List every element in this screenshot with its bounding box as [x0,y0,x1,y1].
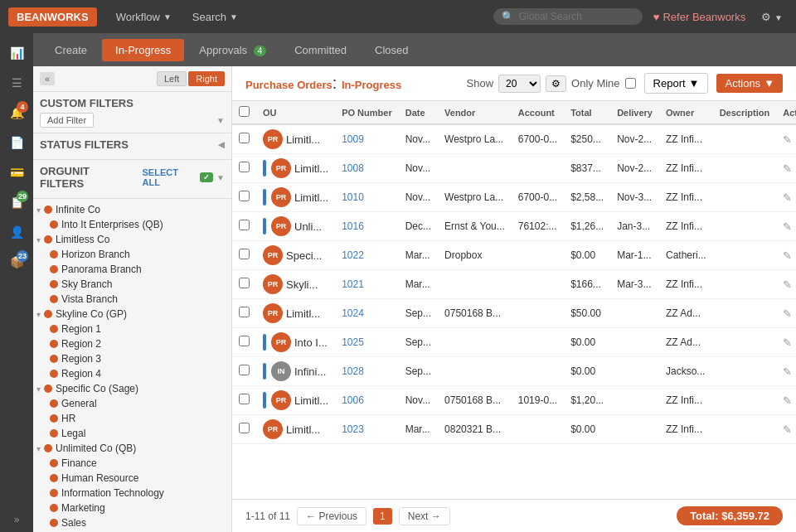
row-checkbox[interactable] [239,249,250,259]
edit-icon[interactable]: ✎ [783,220,792,233]
row-po-number[interactable]: 1024 [335,299,399,328]
row-po-number[interactable]: 1028 [335,357,399,386]
tree-item-sales[interactable]: Sales [50,515,228,530]
sidebar-icon-users[interactable]: 👤 [3,219,30,245]
tree-item-region1[interactable]: Region 1 [50,322,228,336]
global-search-input[interactable] [519,11,619,22]
row-po-number[interactable]: 1025 [335,328,399,357]
tree-toggle[interactable]: ▾ [36,235,41,244]
tree-toggle[interactable]: ▾ [36,384,41,394]
row-po-number[interactable]: 1008 [335,154,399,183]
tree-item-region4[interactable]: Region 4 [50,366,228,381]
row-checkbox[interactable] [239,365,250,375]
tree-item-panorama[interactable]: Panorama Branch [50,262,228,277]
edit-icon[interactable]: ✎ [783,307,792,320]
report-button[interactable]: Report ▼ [644,73,709,94]
tree-item-limitless[interactable]: ▾ Limitless Co [36,232,228,247]
settings-button[interactable]: ⚙ ▼ [756,7,788,27]
table-settings-button[interactable]: ⚙ [546,75,566,92]
tree-item-region2[interactable]: Region 2 [50,336,228,351]
expand-sidebar-button[interactable]: » [14,514,20,525]
sidebar-icon-reports[interactable]: 📋 29 [3,189,30,215]
tree-item-specific[interactable]: ▾ Specific Co (Sage) [36,381,228,396]
edit-icon[interactable]: ✎ [783,365,792,378]
tree-toggle[interactable]: ▾ [36,206,41,215]
row-checkbox[interactable] [239,394,250,404]
sidebar-icon-list[interactable]: ☰ [3,70,30,96]
row-checkbox[interactable] [239,307,250,317]
tree-label: Region 4 [61,368,101,380]
tree-item-infinite-co[interactable]: ▾ Infinite Co [36,202,228,217]
row-checkbox[interactable] [239,423,250,433]
tree-item-skyline[interactable]: ▾ Skyline Co (GP) [36,307,228,322]
edit-icon[interactable]: ✎ [783,162,792,175]
row-checkbox[interactable] [239,162,250,172]
current-page[interactable]: 1 [373,508,392,525]
row-po-number[interactable]: 1010 [335,183,399,212]
previous-page-button[interactable]: ← Previous [297,507,366,525]
tree-item-finance[interactable]: Finance [50,456,228,471]
search-nav[interactable]: Search ▼ [184,7,246,27]
tree-item-hr[interactable]: HR [50,411,228,426]
tab-approvals[interactable]: Approvals 4 [186,39,279,61]
only-mine-checkbox[interactable] [625,78,636,89]
row-po-number[interactable]: 1016 [335,212,399,241]
edit-icon[interactable]: ✎ [783,336,792,349]
status-toggle-icon[interactable]: ◀ [218,140,225,149]
tree-item-marketing[interactable]: Marketing [50,501,228,515]
edit-icon[interactable]: ✎ [783,133,792,146]
row-po-number[interactable]: 1022 [335,241,399,270]
tab-closed[interactable]: Closed [362,39,421,61]
tree-item-unlimited[interactable]: ▾ Unlimited Co (QB) [36,441,228,456]
tree-item-legal[interactable]: Legal [50,426,228,441]
tree-item-sky[interactable]: Sky Branch [50,277,228,292]
tree-toggle[interactable]: ▾ [36,444,41,453]
select-all-checkbox[interactable] [239,106,250,117]
tab-committed[interactable]: Committed [281,39,360,61]
workflow-nav[interactable]: Workflow ▼ [108,7,180,27]
row-checkbox[interactable] [239,133,250,143]
row-po-number[interactable]: 1021 [335,270,399,299]
sidebar-icon-notifications[interactable]: 🔔 4 [3,99,30,126]
row-checkbox[interactable] [239,336,250,346]
tree-toggle[interactable]: ▾ [36,310,41,319]
row-checkbox[interactable] [239,220,250,230]
row-vendor [438,154,512,183]
edit-icon[interactable]: ✎ [783,394,792,407]
sidebar-icon-dashboard[interactable]: 📊 [3,40,30,66]
row-checkbox[interactable] [239,278,250,288]
left-button[interactable]: Left [157,71,187,86]
refer-button[interactable]: ♥ Refer Beanworks [647,7,752,27]
edit-icon[interactable]: ✎ [783,423,792,436]
orgunit-toggle-icon[interactable]: ▼ [216,173,225,182]
collapse-panel-button[interactable]: « [40,72,55,85]
actions-button[interactable]: Actions ▼ [716,74,783,93]
row-po-number[interactable]: 1023 [335,415,399,444]
select-all-link[interactable]: Select All [143,167,197,187]
row-date: Nov... [399,386,438,415]
tree-item-into-it[interactable]: Into It Enterprises (QB) [50,217,228,232]
tree-label: Horizon Branch [61,249,130,260]
tree-item-horizon[interactable]: Horizon Branch [50,247,228,262]
add-filter-button[interactable]: Add Filter [40,113,94,128]
edit-icon[interactable]: ✎ [783,191,792,204]
row-po-number[interactable]: 1006 [335,386,399,415]
tree-item-region3[interactable]: Region 3 [50,351,228,366]
filter-toggle-icon[interactable]: ▼ [216,116,225,125]
right-button[interactable]: Right [188,71,225,86]
row-checkbox[interactable] [239,191,250,201]
sidebar-icon-payments[interactable]: 💳 [3,159,30,186]
edit-icon[interactable]: ✎ [783,278,792,291]
row-po-number[interactable]: 1009 [335,124,399,154]
tab-create[interactable]: Create [41,39,100,61]
edit-icon[interactable]: ✎ [783,249,792,262]
tree-item-it[interactable]: Information Technology [50,486,228,501]
tree-item-human-resource[interactable]: Human Resource [50,471,228,486]
next-page-button[interactable]: Next → [399,507,450,525]
sidebar-icon-documents[interactable]: 📄 [3,129,30,156]
tree-item-vista[interactable]: Vista Branch [50,292,228,307]
tab-in-progress[interactable]: In-Progress [102,39,184,61]
sidebar-icon-orders[interactable]: 📦 23 [3,249,30,275]
tree-item-general[interactable]: General [50,396,228,411]
show-count-select[interactable]: 20 50 100 [498,75,541,93]
